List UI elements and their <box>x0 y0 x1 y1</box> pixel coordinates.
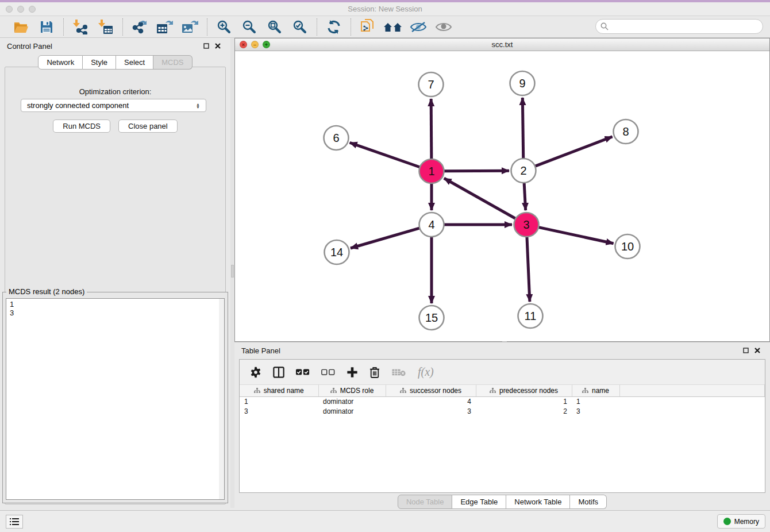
graph-node-8[interactable]: 8 <box>614 119 638 144</box>
memory-status-button[interactable]: Memory <box>717 514 765 529</box>
control-panel: Control Panel NetworkStyleSelectMCDS Opt… <box>0 38 230 508</box>
graph-node-14[interactable]: 14 <box>325 240 349 264</box>
graph-node-10[interactable]: 10 <box>615 234 640 259</box>
table-cell[interactable]: dominator <box>318 396 386 406</box>
table-cell[interactable]: 1 <box>476 396 572 406</box>
select-all-columns-button[interactable] <box>296 369 310 376</box>
memory-label: Memory <box>734 518 759 526</box>
table-cell[interactable]: 1 <box>572 396 619 406</box>
delete-table-button[interactable] <box>391 368 406 377</box>
run-mcds-button[interactable]: Run MCDS <box>53 119 110 133</box>
function-builder-button[interactable]: f(x) <box>418 365 434 379</box>
delete-column-button[interactable] <box>369 367 380 378</box>
export-table-button[interactable] <box>154 18 176 36</box>
open-folder-icon <box>14 21 29 33</box>
new-network-from-selection-button[interactable] <box>357 18 379 36</box>
graph-edge-1-7[interactable] <box>431 99 432 159</box>
graph-node-3[interactable]: 3 <box>514 213 539 237</box>
table-cell[interactable]: 1 <box>240 396 318 406</box>
splitter-grip[interactable] <box>231 265 234 277</box>
column-header-successor-nodes[interactable]: successor nodes <box>386 385 476 396</box>
criterion-select[interactable]: strongly connected component ▲▼ <box>21 99 206 112</box>
create-column-button[interactable] <box>346 367 358 378</box>
graph-node-1[interactable]: 1 <box>419 159 444 183</box>
network-graph[interactable]: 7968124314101511 <box>235 51 769 341</box>
vertical-splitter[interactable] <box>230 38 234 508</box>
graph-edge-3-10[interactable] <box>539 228 614 244</box>
column-header-shared-name[interactable]: shared name <box>240 385 318 396</box>
graph-node-9[interactable]: 9 <box>510 71 535 95</box>
first-neighbors-button[interactable] <box>382 18 404 36</box>
graph-edge-4-14[interactable] <box>351 228 419 248</box>
table-row[interactable]: 1dominator411 <box>240 396 765 406</box>
column-header-name[interactable]: name <box>572 385 619 396</box>
graph-edge-3-11[interactable] <box>527 237 530 302</box>
save-session-button[interactable] <box>36 18 57 36</box>
search-field[interactable] <box>595 19 763 34</box>
table-body: 1dominator4113dominator323 <box>240 396 765 416</box>
close-mcds-panel-button[interactable]: Close panel <box>118 119 178 133</box>
graph-edge-1-2[interactable] <box>444 171 509 171</box>
tab-mcds[interactable]: MCDS <box>153 55 192 70</box>
graph-node-6[interactable]: 6 <box>324 126 349 150</box>
column-header-predecessor-nodes[interactable]: predecessor nodes <box>476 385 572 396</box>
tab-style[interactable]: Style <box>83 55 116 70</box>
graph-edge-1-6[interactable] <box>350 142 420 167</box>
node-label: 9 <box>519 77 525 90</box>
show-all-button[interactable] <box>433 18 455 36</box>
zoom-out-button[interactable] <box>238 18 260 36</box>
table-settings-button[interactable] <box>250 367 261 378</box>
result-scrollbar[interactable] <box>219 299 224 499</box>
import-table-icon <box>98 20 113 34</box>
zoom-fit-button[interactable] <box>264 18 286 36</box>
graph-node-4[interactable]: 4 <box>419 213 444 237</box>
table-cell[interactable]: 4 <box>386 396 476 406</box>
graph-edge-2-9[interactable] <box>522 98 523 158</box>
tab-select[interactable]: Select <box>116 55 153 70</box>
table-row[interactable]: 3dominator323 <box>240 406 765 416</box>
table-cell[interactable]: 3 <box>386 406 476 416</box>
network-canvas[interactable]: 7968124314101511 <box>235 51 769 341</box>
graph-node-15[interactable]: 15 <box>419 306 444 330</box>
show-column-panel-button[interactable] <box>273 367 284 378</box>
graph-edge-2-8[interactable] <box>536 137 613 166</box>
refresh-layout-button[interactable] <box>323 18 345 36</box>
column-label: shared name <box>264 387 304 395</box>
task-history-button[interactable] <box>6 515 23 529</box>
search-input[interactable] <box>611 22 758 31</box>
network-window-titlebar[interactable]: × – + scc.txt <box>235 38 769 51</box>
tab-node-table[interactable]: Node Table <box>398 495 453 509</box>
table-cell[interactable]: 3 <box>240 406 318 416</box>
table-cell[interactable]: dominator <box>318 406 386 416</box>
float-panel-button[interactable] <box>201 41 212 51</box>
checked-boxes-icon <box>296 369 310 376</box>
graph-edge-3-1[interactable] <box>444 178 515 218</box>
column-header-MCDS-role[interactable]: MCDS role <box>318 385 386 396</box>
graph-node-2[interactable]: 2 <box>511 159 536 183</box>
import-table-button[interactable] <box>95 18 117 36</box>
close-table-panel-button[interactable] <box>752 345 763 356</box>
unchecked-boxes-icon <box>321 369 335 376</box>
control-panel-header: Control Panel <box>0 38 230 54</box>
zoom-selected-button[interactable] <box>289 18 311 36</box>
open-session-button[interactable] <box>10 18 32 36</box>
export-network-icon <box>132 20 148 34</box>
zoom-in-button[interactable] <box>213 18 235 36</box>
graph-node-11[interactable]: 11 <box>518 304 543 328</box>
hide-selected-button[interactable] <box>407 18 429 36</box>
import-network-button[interactable] <box>70 18 91 36</box>
mcds-result-text[interactable]: 1 3 <box>6 298 225 500</box>
deselect-all-columns-button[interactable] <box>321 369 335 376</box>
tab-network[interactable]: Network <box>38 55 83 70</box>
tab-network-table[interactable]: Network Table <box>506 495 570 509</box>
table-cell[interactable]: 2 <box>476 406 572 416</box>
float-table-panel-button[interactable] <box>740 345 752 356</box>
table-cell[interactable]: 3 <box>572 406 619 416</box>
export-image-button[interactable] <box>179 18 201 36</box>
tab-edge-table[interactable]: Edge Table <box>452 495 506 509</box>
tab-motifs[interactable]: Motifs <box>570 495 607 509</box>
graph-node-7[interactable]: 7 <box>419 72 444 97</box>
export-network-button[interactable] <box>129 18 151 36</box>
graph-edge-2-3[interactable] <box>524 183 526 210</box>
close-panel-button[interactable] <box>212 41 224 51</box>
